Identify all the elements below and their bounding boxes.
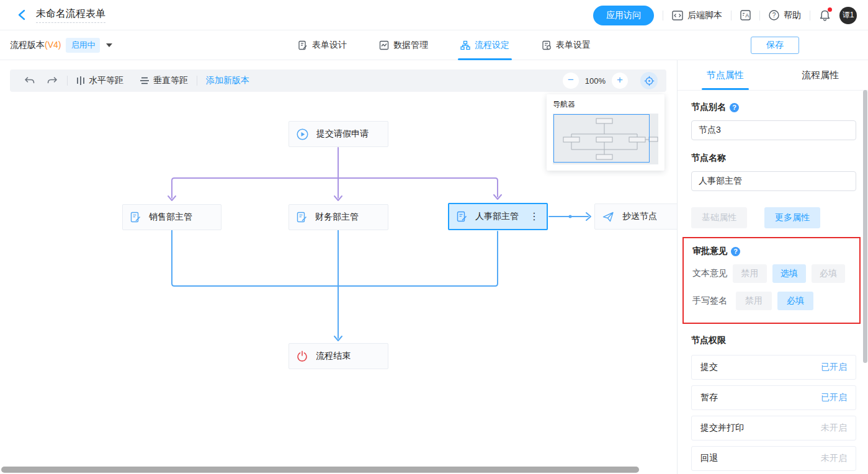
chevron-left-icon xyxy=(17,9,26,20)
status-badge: 启用中 xyxy=(66,38,100,53)
power-icon xyxy=(297,351,308,362)
vertical-spacing-label: 垂直等距 xyxy=(153,75,188,86)
tab-data-management[interactable]: 数据管理 xyxy=(379,30,428,60)
panel-tabs: 节点属性 流程属性 xyxy=(678,60,868,91)
avatar[interactable]: 谭1 xyxy=(839,7,857,24)
text-opinion-row: 文本意见 禁用 选填 必填 xyxy=(692,264,851,283)
navigator-map[interactable] xyxy=(553,114,658,164)
help-circle-icon[interactable]: ? xyxy=(730,103,739,112)
text-opinion-required-button[interactable]: 必填 xyxy=(812,264,845,283)
canvas-toolbar: 水平等距 垂直等距 添加新版本 − 100% + xyxy=(10,69,666,92)
main-tabs: 表单设计 数据管理 流程设定 xyxy=(298,30,591,60)
backend-script-label: 后端脚本 xyxy=(687,10,722,21)
back-button[interactable] xyxy=(15,8,29,22)
version-label: 流程版本(V4) xyxy=(10,40,61,51)
node-alias-label: 节点别名 xyxy=(691,102,726,113)
add-version-button[interactable]: 添加新版本 xyxy=(206,75,249,86)
tab-form-settings[interactable]: 表单设置 xyxy=(542,30,591,60)
horizontal-spacing-button[interactable]: 水平等距 xyxy=(76,75,123,86)
redo-icon xyxy=(46,76,58,86)
more-properties-button[interactable]: 更多属性 xyxy=(764,207,820,228)
approval-node-icon xyxy=(130,212,141,223)
vertical-spacing-button[interactable]: 垂直等距 xyxy=(140,75,188,86)
zoom-controls: − 100% + xyxy=(563,69,628,92)
vertical-spacing-icon xyxy=(140,76,150,85)
tab-label: 表单设计 xyxy=(312,40,347,51)
undo-button[interactable] xyxy=(24,76,36,86)
version-selector[interactable]: 流程版本(V4) 启用中 xyxy=(10,30,112,60)
tab-label: 表单设置 xyxy=(556,40,591,51)
permission-row-rollback[interactable]: 回退 未开启 xyxy=(691,446,856,471)
locate-icon xyxy=(644,76,655,86)
text-opinion-disable-button[interactable]: 禁用 xyxy=(733,264,766,283)
node-sales-manager[interactable]: 销售部主管 xyxy=(122,204,221,230)
translate-button[interactable]: A xyxy=(740,10,751,20)
app-access-button[interactable]: 应用访问 xyxy=(593,6,654,25)
node-more-menu[interactable]: ⋮ xyxy=(529,212,539,221)
node-finance-manager[interactable]: 财务部主管 xyxy=(289,204,388,230)
vertical-scrollbar[interactable] xyxy=(863,90,867,363)
permission-label: 暂存 xyxy=(700,392,718,403)
code-icon xyxy=(672,11,683,20)
node-alias-label-row: 节点别名 ? xyxy=(691,102,856,113)
chevron-down-icon[interactable] xyxy=(106,43,112,47)
node-label: 财务部主管 xyxy=(315,212,359,223)
permission-row-submit[interactable]: 提交 已开启 xyxy=(691,355,856,380)
horizontal-spacing-label: 水平等距 xyxy=(89,75,123,86)
divider xyxy=(731,11,732,20)
notification-dot xyxy=(828,7,832,12)
divider xyxy=(67,76,68,86)
permission-label: 提交 xyxy=(700,362,718,373)
basic-properties-button[interactable]: 基础属性 xyxy=(691,207,747,228)
flow-canvas[interactable]: 水平等距 垂直等距 添加新版本 − 100% + xyxy=(0,60,677,474)
version-number: (V4) xyxy=(45,40,61,50)
save-button[interactable]: 保存 xyxy=(751,37,799,54)
help-circle-icon[interactable]: ? xyxy=(731,247,740,256)
tab-process-settings[interactable]: 流程设定 xyxy=(460,30,509,60)
svg-text:A: A xyxy=(745,12,749,19)
navigator-panel: 导航器 xyxy=(547,94,664,171)
permission-row-submit-print[interactable]: 提交并打印 未开启 xyxy=(691,416,856,440)
horizontal-scrollbar[interactable] xyxy=(1,467,639,473)
node-start[interactable]: 提交请假申请 xyxy=(289,121,388,147)
permission-status: 未开启 xyxy=(821,423,847,434)
node-end[interactable]: 流程结束 xyxy=(289,343,388,369)
permission-row-save-draft[interactable]: 暂存 已开启 xyxy=(691,385,856,410)
permissions-title: 节点权限 xyxy=(691,335,856,346)
approval-title-row: 审批意见 ? xyxy=(692,246,851,257)
zoom-out-button[interactable]: − xyxy=(563,73,579,89)
form-settings-icon xyxy=(542,40,552,50)
node-alias-input[interactable] xyxy=(691,120,856,140)
node-label: 人事部主管 xyxy=(475,211,519,222)
tab-node-properties[interactable]: 节点属性 xyxy=(678,60,773,90)
text-opinion-optional-button[interactable]: 选填 xyxy=(772,264,806,283)
redo-button[interactable] xyxy=(46,76,58,86)
node-name-input[interactable] xyxy=(691,171,856,191)
tab-process-properties[interactable]: 流程属性 xyxy=(773,60,868,90)
form-design-icon xyxy=(298,40,308,50)
undo-icon xyxy=(24,76,36,86)
node-label: 销售部主管 xyxy=(149,212,192,223)
play-circle-icon xyxy=(297,128,308,140)
approval-node-icon xyxy=(457,211,467,222)
divider xyxy=(197,76,197,86)
permission-label: 回退 xyxy=(700,453,718,464)
divider xyxy=(759,11,760,20)
signature-required-button[interactable]: 必填 xyxy=(777,292,813,310)
zoom-level: 100% xyxy=(585,76,606,86)
help-label: 帮助 xyxy=(784,10,801,21)
node-hr-manager-selected[interactable]: 人事部主管 ⋮ xyxy=(448,203,548,230)
navigator-viewport[interactable] xyxy=(553,114,650,163)
notification-button[interactable] xyxy=(819,9,831,22)
tab-form-design[interactable]: 表单设计 xyxy=(298,30,347,60)
question-circle-icon: ? xyxy=(769,10,779,20)
zoom-in-button[interactable]: + xyxy=(612,73,628,89)
permission-status: 未开启 xyxy=(821,453,847,464)
help-button[interactable]: ? 帮助 xyxy=(769,10,801,21)
signature-disable-button[interactable]: 禁用 xyxy=(736,292,772,310)
locate-center-button[interactable] xyxy=(640,72,658,89)
node-cc[interactable]: 抄送节点 xyxy=(594,203,677,230)
permission-status: 已开启 xyxy=(821,392,847,403)
backend-script-button[interactable]: 后端脚本 xyxy=(672,10,722,21)
signature-row: 手写签名 禁用 必填 xyxy=(692,292,851,310)
